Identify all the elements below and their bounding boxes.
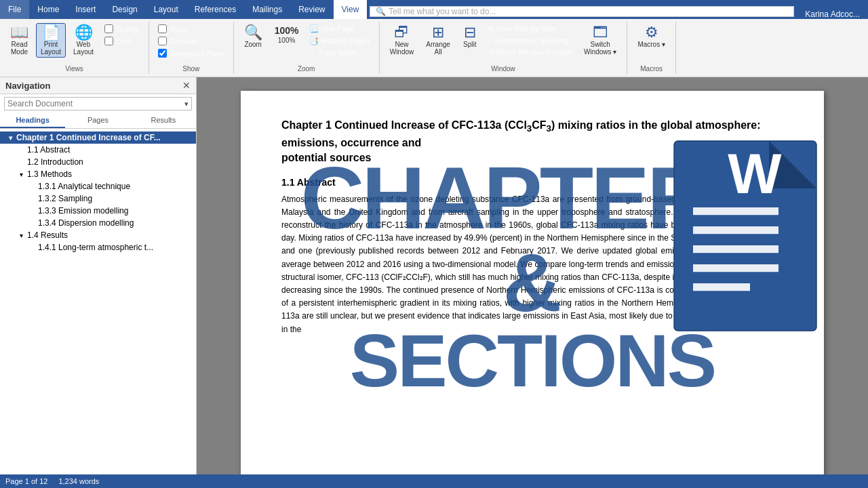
sync-scroll-button[interactable]: ↕ Synchronous Scrolling [485,35,576,46]
switch-windows-icon: 🗔 [593,25,608,40]
macros-button[interactable]: ⚙ Macros ▾ [633,23,670,50]
nav-item-sampling[interactable]: 1.3.2 Sampling [0,192,196,205]
read-mode-button[interactable]: 📖 ReadMode [5,23,33,58]
tab-view[interactable]: View [334,0,368,19]
methods-label: 1.3 Methods [27,169,72,179]
view-side-by-side-button[interactable]: ⧉ View Side by Side [485,23,576,35]
document-title: Chapter 1 Continued Increase of CFC-113a… [281,118,783,166]
tab-review[interactable]: Review [290,0,333,19]
page-width-button[interactable]: ↔ Page Width [306,47,373,58]
nav-item-abstract[interactable]: 1.1 Abstract [0,144,196,156]
macros-label: Macros ▾ [637,41,665,48]
tab-mailings[interactable]: Mailings [244,0,290,19]
tab-design[interactable]: Design [104,0,145,19]
split-button[interactable]: ⊟ Split [458,23,482,50]
nav-item-methods[interactable]: ▾ 1.3 Methods [0,168,196,180]
nav-pane-checkbox[interactable] [158,49,167,58]
nav-pane-header: Navigation ✕ [0,77,196,94]
tab-home[interactable]: Home [29,0,67,19]
ribbon-group-views: 📖 ReadMode 📄 PrintLayout 🌐 WebLayout Out… [0,22,149,74]
gridlines-label[interactable]: Gridlines [155,35,228,47]
switch-windows-button[interactable]: 🗔 SwitchWindows ▾ [579,23,621,58]
reset-window-button[interactable]: ↺ Reset Window Position [485,47,576,58]
draft-checkbox[interactable] [104,37,113,45]
nav-item-results[interactable]: ▾ 1.4 Results [0,229,196,241]
web-layout-button[interactable]: 🌐 WebLayout [68,23,98,58]
draft-checkbox-label[interactable]: Draft [101,35,143,47]
arrange-all-icon: ⊞ [432,25,444,40]
analytical-label: 1.3.1 Analytical technique [38,182,130,191]
new-window-label: NewWindow [390,41,414,56]
longterm-label: 1.4.1 Long-term atmospheric t... [38,243,153,252]
macros-group-label: Macros [640,64,663,73]
word-count: 1,234 words [58,477,99,485]
intro-label: 1.2 Introduction [27,157,83,167]
tab-file[interactable]: File [0,0,29,19]
ribbon: File Home Insert Design Layout Reference… [0,0,868,77]
abstract-label: 1.1 Abstract [27,145,70,155]
nav-tab-bar: Headings Pages Results [0,113,196,129]
nav-tab-headings[interactable]: Headings [0,113,65,128]
show-group-label: Show [182,64,199,73]
nav-item-analytical[interactable]: 1.3.1 Analytical technique [0,180,196,192]
tab-layout[interactable]: Layout [146,0,186,19]
macros-icon: ⚙ [645,25,658,40]
nav-tab-results[interactable]: Results [131,113,196,128]
arrange-all-button[interactable]: ⊞ ArrangeAll [421,23,455,58]
arrange-all-label: ArrangeAll [426,41,450,56]
abstract-expand-icon [16,145,26,155]
ruler-checkbox[interactable] [158,24,167,33]
nav-item-chapter1[interactable]: ▾ Chapter 1 Continued Increase of CF... [0,131,196,144]
multiple-pages-button[interactable]: 📑 Multiple Pages [306,35,373,47]
read-mode-icon: 📖 [10,25,28,40]
dispersion-label: 1.3.4 Dispersion modelling [38,218,134,228]
web-layout-icon: 🌐 [75,25,93,40]
nav-search-box[interactable]: ▾ [4,97,192,110]
nav-search-input[interactable] [7,99,184,108]
new-window-button[interactable]: 🗗 NewWindow [385,23,419,58]
nav-item-intro[interactable]: 1.2 Introduction [0,156,196,168]
nav-pane-close-button[interactable]: ✕ [182,80,191,91]
page-view-options: 📃 One Page 📑 Multiple Pages ↔ Page Width [306,23,373,58]
one-page-button[interactable]: 📃 One Page [306,23,373,35]
section-abstract-heading: 1.1 Abstract [281,177,783,188]
nav-search-dropdown-icon[interactable]: ▾ [184,100,189,108]
print-layout-icon: 📄 [42,25,60,40]
document-area: Chapter 1 Continued Increase of CFC-113a… [197,77,868,474]
zoom-button[interactable]: 🔍 Zoom [239,23,267,50]
methods-expand-icon[interactable]: ▾ [16,169,26,179]
read-mode-label: ReadMode [11,41,28,56]
zoom-100-button[interactable]: 100% 100% [270,23,304,46]
analytical-expand-icon [27,182,37,191]
outline-checkbox-label[interactable]: Outline [101,23,143,35]
zoom-icon: 🔍 [244,25,262,40]
nav-tab-pages[interactable]: Pages [65,113,130,128]
views-buttons: 📖 ReadMode 📄 PrintLayout 🌐 WebLayout Out… [5,23,143,64]
tab-references[interactable]: References [186,0,244,19]
ruler-label[interactable]: Ruler [155,23,228,35]
nav-pane-title: Navigation [5,81,50,91]
nav-item-emission[interactable]: 1.3.3 Emission modelling [0,205,196,217]
window-group-label: Window [491,64,515,73]
outline-checkbox[interactable] [104,24,113,33]
tab-insert[interactable]: Insert [67,0,104,19]
results-expand-icon[interactable]: ▾ [16,230,26,240]
gridlines-checkbox[interactable] [158,37,167,45]
view-checkboxes: Outline Draft [101,23,143,47]
chapter1-expand-icon[interactable]: ▾ [5,133,15,142]
window-buttons: 🗗 NewWindow ⊞ ArrangeAll ⊟ Split ⧉ View … [385,23,622,64]
tell-me-input[interactable]: 🔍 Tell me what you want to do... [370,6,794,17]
ribbon-group-window: 🗗 NewWindow ⊞ ArrangeAll ⊟ Split ⧉ View … [380,22,628,74]
nav-item-dispersion[interactable]: 1.3.4 Dispersion modelling [0,217,196,229]
page-info: Page 1 of 12 [5,477,47,485]
nav-pane-label[interactable]: Navigation Pane [155,47,228,59]
nav-item-longterm[interactable]: 1.4.1 Long-term atmospheric t... [0,241,196,253]
ribbon-group-macros: ⚙ Macros ▾ Macros [627,22,676,74]
web-layout-label: WebLayout [73,41,94,56]
new-window-icon: 🗗 [394,25,409,40]
window-options: ⧉ View Side by Side ↕ Synchronous Scroll… [485,23,576,58]
print-layout-button[interactable]: 📄 PrintLayout [36,23,66,58]
switch-windows-label: SwitchWindows ▾ [584,41,616,56]
sampling-expand-icon [27,194,37,203]
chapter1-label: Chapter 1 Continued Increase of CF... [16,133,161,142]
